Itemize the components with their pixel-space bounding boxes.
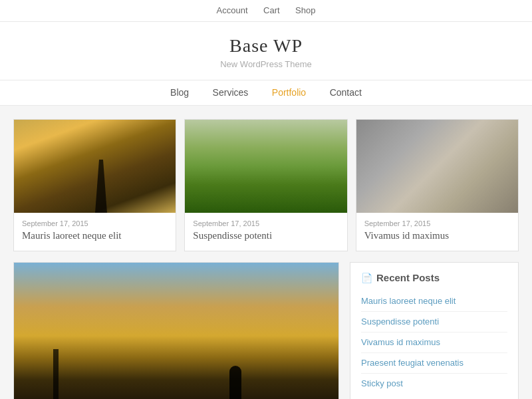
main-nav: Blog Services Portfolio Contact (0, 80, 532, 106)
post-date-3: September 17, 2015 (356, 213, 518, 230)
nav-blog[interactable]: Blog (170, 87, 189, 98)
post-card-1: September 17, 2015 Mauris laoreet neque … (13, 119, 176, 251)
shop-link[interactable]: Shop (295, 5, 315, 15)
sidebar-post-item-5: Sticky post (361, 374, 507, 394)
recent-posts-icon: 📄 (361, 273, 372, 283)
sidebar-post-link-2[interactable]: Suspendisse potenti (361, 317, 439, 327)
post-date-1: September 17, 2015 (14, 213, 176, 230)
shells-image (356, 120, 518, 213)
site-title: Base WP (0, 35, 532, 57)
featured-post-card (13, 262, 339, 399)
post-image-1 (14, 120, 176, 213)
post-title-2[interactable]: Suspendisse potenti (185, 230, 346, 251)
sidebar-post-item-2: Suspendisse potenti (361, 312, 507, 332)
posts-grid: September 17, 2015 Mauris laoreet neque … (13, 119, 519, 251)
sidebar-post-link-1[interactable]: Mauris laoreet neque elit (361, 296, 456, 306)
sidebar-post-item-1: Mauris laoreet neque elit (361, 291, 507, 312)
sidebar-post-link-5[interactable]: Sticky post (361, 378, 403, 388)
sidebar-post-item-3: Vivamus id maximus (361, 332, 507, 353)
sunset-girl-image (14, 120, 176, 213)
cart-link[interactable]: Cart (263, 5, 280, 15)
post-card-3: September 17, 2015 Vivamus id maximus (356, 119, 519, 251)
featured-post-image (14, 263, 338, 399)
sidebar-post-link-4[interactable]: Praesent feugiat venenatis (361, 358, 464, 368)
post-title-1[interactable]: Mauris laoreet neque elit (14, 230, 176, 251)
page-content: September 17, 2015 Mauris laoreet neque … (7, 119, 525, 399)
sidebar: 📄 Recent Posts Mauris laoreet neque elit… (350, 262, 519, 399)
post-card-2: September 17, 2015 Suspendisse potenti (184, 119, 347, 251)
sidebar-title-text: Recent Posts (376, 272, 440, 283)
top-bar: Account Cart Shop (0, 0, 532, 22)
post-date-2: September 17, 2015 (185, 213, 346, 230)
post-image-2 (185, 120, 346, 213)
nav-portfolio[interactable]: Portfolio (272, 87, 306, 98)
nav-services[interactable]: Services (213, 87, 249, 98)
post-image-3 (356, 120, 518, 213)
sidebar-post-link-3[interactable]: Vivamus id maximus (361, 337, 440, 347)
sidebar-posts-list: Mauris laoreet neque elit Suspendisse po… (361, 291, 507, 394)
tuscany-image (185, 120, 346, 213)
post-title-3[interactable]: Vivamus id maximus (356, 230, 518, 251)
nav-contact[interactable]: Contact (330, 87, 362, 98)
site-subtitle: New WordPress Theme (0, 59, 532, 69)
account-link[interactable]: Account (217, 5, 248, 15)
large-sunset-image (14, 263, 338, 399)
sidebar-title: 📄 Recent Posts (361, 272, 507, 283)
bottom-section: 📄 Recent Posts Mauris laoreet neque elit… (13, 262, 519, 399)
sidebar-post-item-4: Praesent feugiat venenatis (361, 353, 507, 374)
site-header: Base WP New WordPress Theme (0, 22, 532, 80)
